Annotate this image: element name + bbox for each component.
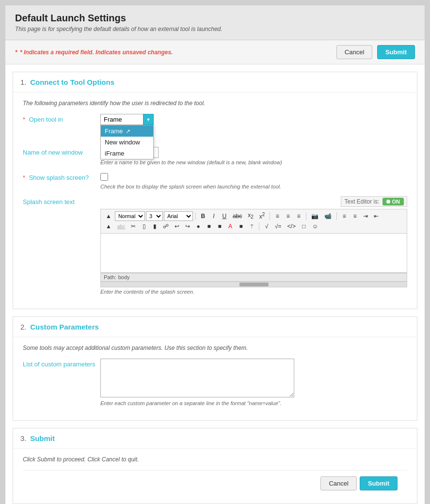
toolbar-cut-btn[interactable]: ✂ [128,222,138,231]
toolbar-indent-btn[interactable]: ⇥ [361,212,370,220]
toolbar-divider-2 [270,212,270,220]
toolbar-fg-color-btn[interactable]: A [225,222,235,231]
section-3-number: 3. [20,434,27,442]
toolbar-ordered-list-btn[interactable]: ≡ [339,212,349,220]
toolbar-align-center-btn[interactable]: ≡ [283,212,293,220]
section-3-header: 3. Submit [13,428,417,449]
toolbar-redo-btn[interactable]: ↪ [183,222,192,231]
text-editor-toggle-wrapper: Text Editor is: ON [341,196,407,207]
toolbar-special-btn[interactable]: ■ [215,222,224,231]
editor-scrollbar[interactable] [100,282,407,287]
toolbar-font-select[interactable]: Arial [164,211,193,221]
section-3-title: Submit [30,434,55,442]
text-editor-toggle[interactable]: ON [382,198,404,205]
toolbar-source-btn[interactable]: </> [285,222,298,231]
toolbar-outdent-btn[interactable]: ⇤ [371,212,381,220]
toolbar-emotion-btn[interactable]: ☺ [310,222,320,231]
toolbar-divider-1 [195,212,196,220]
toolbar-style-select[interactable]: Normal [115,211,145,221]
bottom-submit-button[interactable]: Submit [360,476,398,490]
splash-required-star: * [23,174,25,181]
toolbar-globe-btn[interactable]: ● [193,222,203,231]
toolbar-paste-btn[interactable]: ▮ [150,222,159,231]
top-bar: * * Indicates a required field. Indicate… [5,40,425,64]
editor-path-label: Path: [104,274,116,280]
section-2: 2. Custom Parameters Some tools may acce… [13,316,417,421]
toolbar-italic-btn[interactable]: I [209,212,219,220]
open-tool-label: * Open tool in [23,114,100,123]
bottom-cancel-button[interactable]: Cancel [320,476,356,490]
splash-text-row: Splash screen text Text Editor is: ON [23,196,407,295]
toggle-dot [386,200,390,204]
splash-text-help: Enter the contents of the splash screen. [100,289,407,295]
required-star: * [15,49,17,56]
toolbar-copy-btn[interactable]: ▯ [139,222,149,231]
toolbar-expand-btn[interactable]: ▲ [103,212,114,220]
toolbar-underline-btn[interactable]: U [220,212,229,220]
splash-row: * Show splash screen? Check the box to d… [23,172,407,189]
editor-body[interactable] [100,233,407,273]
custom-params-label: List of custom parameters [23,359,100,368]
section-2-header: 2. Custom Parameters [13,317,417,337]
section-2-desc: Some tools may accept additional custom … [23,345,407,351]
section-1-header: 1. Connect to Tool Options [13,72,417,93]
open-tool-selected-value: Frame [101,114,153,125]
open-tool-dropdown-menu: Frame ↗ New window iFrame [100,125,154,159]
editor-content-area[interactable] [101,234,407,272]
editor-toolbar: ▲ Normal 3 Arial B [100,209,407,233]
new-window-row: Name of new window Enter a name to be gi… [23,147,407,165]
splash-content: Check the box to display the splash scre… [100,172,407,189]
toolbar-expand2-btn[interactable]: ▲ [103,222,114,231]
open-tool-row: * Open tool in Frame Frame ↗ [23,114,407,132]
splash-help: Check the box to display the splash scre… [100,184,407,189]
section-1-title: Connect to Tool Options [30,78,114,86]
custom-params-row: List of custom parameters Enter each cus… [23,359,407,406]
toolbar-divider-3 [306,212,306,220]
toolbar-divider-4 [336,212,337,220]
splash-text-content: Text Editor is: ON ▲ Normal [100,196,407,295]
toolbar-strikethrough-btn[interactable]: abc [230,212,244,220]
section-1-number: 1. [20,78,27,86]
top-cancel-button[interactable]: Cancel [336,45,372,59]
toolbar-row-2: ▲ abc ✂ ▯ ▮ ☍ ↩ ↪ ● ■ ■ A ■ [103,222,404,231]
section-1: 1. Connect to Tool Options The following… [13,72,417,309]
toolbar-align-right-btn[interactable]: ≡ [294,212,303,220]
cursor-indicator: ↗ [126,128,130,135]
page-title: Default Launch Settings [15,13,415,24]
toolbar-unordered-list-btn[interactable]: ≡ [350,212,360,220]
custom-params-textarea[interactable] [100,359,294,397]
dropdown-option-new-window[interactable]: New window [101,137,153,148]
section-2-title: Custom Parameters [30,323,99,331]
scrollbar-thumb[interactable] [239,283,269,286]
dropdown-option-frame[interactable]: Frame ↗ [101,126,153,137]
section-1-body: The following parameters identify how th… [13,93,417,309]
toolbar-bold-btn[interactable]: B [198,212,208,220]
toolbar-abc-btn[interactable]: abc [115,223,127,230]
toolbar-size-select[interactable]: 3 [146,211,163,221]
splash-text-label: Splash screen text [23,196,100,205]
new-window-label: Name of new window [23,147,100,156]
required-note: * * Indicates a required field. Indicate… [15,49,173,56]
toolbar-undo-btn[interactable]: ↩ [172,222,182,231]
toolbar-media-btn[interactable]: 📹 [322,212,334,220]
top-submit-button[interactable]: Submit [377,45,415,59]
toolbar-superscript-btn[interactable]: x2 [257,211,268,221]
toolbar-pencil-btn[interactable]: ■ [204,222,214,231]
toolbar-row-1: ▲ Normal 3 Arial B [103,211,404,221]
toolbar-formula-btn[interactable]: √ [262,222,271,231]
toolbar-equation-btn[interactable]: √= [272,222,284,231]
toolbar-eraser-btn[interactable]: ⍑ [247,222,256,231]
splash-checkbox[interactable] [100,173,108,181]
toolbar-bg-color-btn[interactable]: ■ [236,222,246,231]
toolbar-char-map-btn[interactable]: □ [299,222,309,231]
toolbar-align-left-btn[interactable]: ≡ [272,212,282,220]
section-3-body: Click Submit to proceed. Click Cancel to… [13,449,417,504]
toolbar-link-btn[interactable]: ☍ [160,222,171,231]
top-actions: Cancel Submit [336,45,415,59]
section-2-number: 2. [20,323,27,331]
open-tool-dropdown-wrapper[interactable]: Frame Frame ↗ New window iFrame [100,114,154,125]
dropdown-option-iframe[interactable]: iFrame [101,148,153,159]
toolbar-subscript-btn[interactable]: x2 [245,211,256,220]
text-editor-header: Text Editor is: ON [100,196,407,207]
toolbar-image-btn[interactable]: 📷 [309,212,321,220]
